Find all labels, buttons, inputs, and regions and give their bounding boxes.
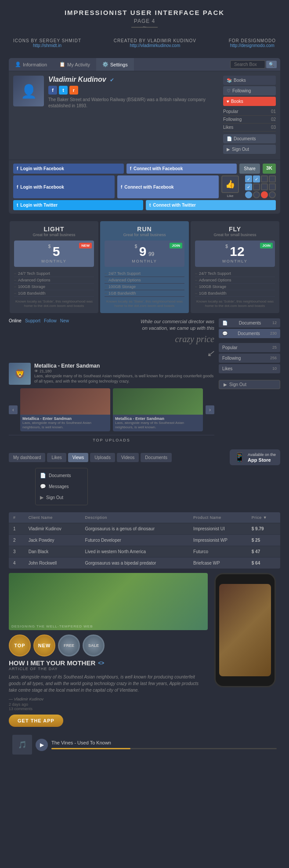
tab-new[interactable]: New <box>60 318 69 359</box>
col-desc: Description <box>81 512 189 523</box>
stat-popular: Popular 01 <box>223 108 276 116</box>
credits-row: ICONS BY SERGEY SHMIDT http://shmidt.in … <box>0 35 289 51</box>
article-title: HOW I MET YOUR MOTHER <> <box>9 659 208 667</box>
tab-mydashboard[interactable]: My dashboard <box>9 453 45 462</box>
media-description: Laos, alongside many of its Southeast As… <box>34 373 214 384</box>
twitter-bird-icon: t <box>17 203 18 208</box>
twitter-connect-icon: t <box>149 203 151 208</box>
col-client: Client Name <box>24 512 81 523</box>
music-progress[interactable] <box>51 748 277 749</box>
heart-outline-icon: ♡ <box>227 88 231 93</box>
new-badge[interactable]: NEW <box>79 243 92 248</box>
article-section: DESIGNING THE WELL-TEMPERED WEB TOP NEW … <box>9 573 280 727</box>
thumb-image-2 <box>113 388 203 415</box>
article-left: DESIGNING THE WELL-TEMPERED WEB TOP NEW … <box>9 573 208 727</box>
join-badge-run[interactable]: JOIN <box>170 243 182 248</box>
thumb-item-1: Metallica - Enter Sandman Laos, alongsid… <box>20 388 110 432</box>
credit-creator: CREATED BY VLADIMIR KUDINOV http://vladi… <box>114 38 196 48</box>
tab-activity[interactable]: 📋 My Activity <box>53 58 96 71</box>
badge-free[interactable]: FREE <box>58 635 80 656</box>
search-area: 🔍 <box>227 58 280 71</box>
article-time: 2 days ago <box>9 702 208 707</box>
following-button[interactable]: ♡ Following <box>223 86 276 95</box>
tab-online[interactable]: Online <box>9 318 22 359</box>
media-thumbnail-main: 🦁 <box>9 363 31 385</box>
rss-icon[interactable]: r <box>69 86 78 95</box>
profile-description: The Baker Street and Waterloo Railway (B… <box>48 97 219 109</box>
radio-3[interactable] <box>261 191 268 198</box>
dropdown-documents[interactable]: 📄 Documents <box>36 470 87 481</box>
login-row-3: t Login with Twitter t Connect with Twit… <box>13 200 276 210</box>
tab-information[interactable]: 👤 Information <box>9 58 53 71</box>
article-image: DESIGNING THE WELL-TEMPERED WEB <box>9 573 208 630</box>
signout-button[interactable]: ▶ Sign Out <box>223 145 276 154</box>
books-label: 📚 Books <box>223 76 276 85</box>
login-facebook-button[interactable]: f Login with Facebook <box>13 164 124 174</box>
checkbox-5[interactable]: ✓ <box>245 183 252 190</box>
connect-facebook-2-button[interactable]: f Connect with Facebook <box>117 175 219 198</box>
join-badge-fly[interactable]: JOIN <box>260 243 273 248</box>
badge-top[interactable]: TOP <box>9 635 31 656</box>
badge-new[interactable]: NEW <box>33 635 55 656</box>
checkbox-4[interactable] <box>269 175 276 182</box>
tab-documents[interactable]: Documents <box>141 453 172 462</box>
search-button[interactable]: 🔍 <box>266 61 277 68</box>
radio-2[interactable] <box>253 191 260 198</box>
get-app-button[interactable]: GET THE APP <box>9 715 63 727</box>
tab-views[interactable]: Views <box>68 453 89 462</box>
search-input[interactable] <box>230 60 265 69</box>
dropdown-area: 📄 Documents 💬 Messages ▶ Sign Out <box>35 466 88 507</box>
checkbox-1[interactable]: ✓ <box>245 175 252 182</box>
books-button[interactable]: ♥ Books <box>223 97 276 106</box>
prev-button[interactable]: ‹ <box>9 405 18 414</box>
documents-button[interactable]: 📄 Documents <box>223 134 276 143</box>
plan-run-note: Known locally as 'Slake', this neighbour… <box>105 299 184 309</box>
article-subtitle: ARTICLE OF THE DAY <box>9 667 208 671</box>
chevron-right-icon: ▶ <box>224 382 227 387</box>
checkbox-7[interactable] <box>261 183 268 190</box>
login-facebook-2-button[interactable]: f Login with Facebook <box>13 175 115 198</box>
fb-connect-icon-2: f <box>121 185 122 190</box>
checkbox-2[interactable]: ✓ <box>253 175 260 182</box>
music-info: The Vines - Used To Known <box>51 740 277 749</box>
pricing-section: LIGHT Great for small business $ 5 NEW M… <box>9 220 280 314</box>
tab-videos[interactable]: Videos <box>117 453 139 462</box>
share-button[interactable]: Share <box>239 164 260 174</box>
dropdown-signout[interactable]: ▶ Sign Out <box>36 492 87 503</box>
radio-4[interactable] <box>269 191 276 198</box>
play-button[interactable]: ▶ <box>36 739 48 751</box>
tab-settings[interactable]: ⚙️ Settings <box>96 58 134 71</box>
signout-btn-stats[interactable]: ▶ Sign Out <box>219 380 280 389</box>
badge-sale[interactable]: SALE <box>83 635 105 656</box>
app-store-button[interactable]: 📱 Available on the App Store <box>230 449 280 465</box>
connect-twitter-button[interactable]: t Connect with Twitter <box>146 200 276 210</box>
article-right <box>214 573 280 727</box>
stat-following: Following 02 <box>223 116 276 124</box>
next-button[interactable]: › <box>206 405 214 414</box>
facebook-icon[interactable]: f <box>48 86 57 95</box>
plan-light: LIGHT Great for small business $ 5 NEW M… <box>10 221 98 313</box>
checkbox-6[interactable] <box>253 183 260 190</box>
connect-facebook-button[interactable]: f Connect with Facebook <box>126 164 237 174</box>
exit-icon: ▶ <box>227 147 230 152</box>
tab-support[interactable]: Support <box>25 318 40 359</box>
article-comments: 13 comments <box>9 707 208 711</box>
profile-name: Vladimir Kudinov ✔ <box>48 76 219 84</box>
music-thumb-icon: 🎵 <box>18 740 27 749</box>
article-body: Laos, alongside many of its Southeast As… <box>9 674 208 693</box>
checkbox-8[interactable] <box>269 183 276 190</box>
callout-emphasis: crazy price <box>135 333 214 345</box>
col-price: Price ▼ <box>247 512 280 523</box>
login-twitter-button[interactable]: t Login with Twitter <box>13 200 143 210</box>
callout-text: While our commercial director was on vac… <box>135 318 214 359</box>
stat-popular: Popular 25 <box>219 343 280 352</box>
radio-1[interactable] <box>245 191 252 198</box>
checkbox-3[interactable] <box>261 175 268 182</box>
tab-uploads[interactable]: Uploads <box>90 453 115 462</box>
tab-likes[interactable]: Likes <box>47 453 66 462</box>
twitter-icon[interactable]: t <box>59 86 68 95</box>
data-table: # Client Name Description Product Name P… <box>9 512 280 569</box>
credit-icons: ICONS BY SERGEY SHMIDT http://shmidt.in <box>13 38 81 48</box>
tab-follow[interactable]: Follow <box>44 318 57 359</box>
dropdown-messages[interactable]: 💬 Messages <box>36 481 87 492</box>
